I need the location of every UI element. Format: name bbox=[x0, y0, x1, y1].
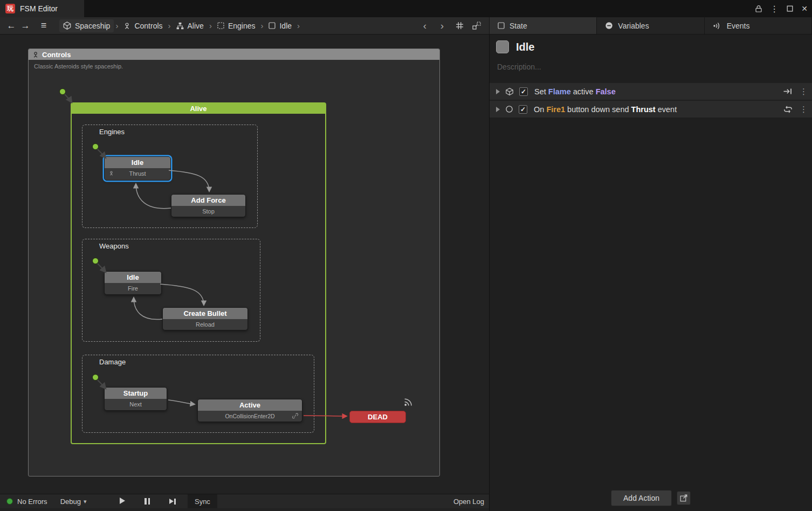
action-menu-icon[interactable]: ⋮ bbox=[800, 87, 808, 96]
state-icon bbox=[269, 22, 276, 29]
add-action-button[interactable]: Add Action bbox=[611, 490, 672, 506]
no-errors-dot bbox=[6, 498, 13, 505]
no-errors-label[interactable]: No Errors bbox=[17, 498, 47, 506]
grid-icon[interactable] bbox=[452, 19, 466, 33]
state-node-title[interactable]: Active bbox=[198, 399, 302, 411]
state-node-title[interactable]: Create Bullet bbox=[163, 308, 247, 319]
check-icon: ✓ bbox=[520, 106, 526, 113]
state-node-create-bullet[interactable]: Create Bullet Reload bbox=[162, 307, 248, 330]
breadcrumb-item-alive[interactable]: Alive bbox=[173, 19, 208, 32]
foldout-arrow-icon[interactable] bbox=[496, 107, 500, 112]
transition-row[interactable]: Thrust bbox=[105, 168, 170, 179]
tab-label: Variables bbox=[618, 22, 649, 30]
state-node-title[interactable]: Idle bbox=[105, 272, 161, 283]
breadcrumb-label: Idle bbox=[279, 22, 292, 30]
action-enabled-checkbox[interactable]: ✓ bbox=[519, 87, 528, 96]
status-bar: No Errors Debug ▾ Sync Open Log bbox=[0, 494, 490, 508]
debug-dropdown[interactable]: Debug ▾ bbox=[60, 498, 87, 506]
action-row-set-game-object-active[interactable]: ✓ Set Flame active False ⋮ bbox=[490, 83, 812, 100]
action-summary: On Fire1 button down send Thrust event bbox=[534, 105, 677, 114]
window-menu-icon[interactable]: ⋮ bbox=[770, 4, 779, 14]
open-log-button[interactable]: Open Log bbox=[453, 498, 484, 506]
next-state-button[interactable]: › bbox=[435, 20, 449, 32]
state-node-dead[interactable]: DEAD bbox=[349, 411, 406, 423]
state-node-active[interactable]: Active OnCollisionEnter2D bbox=[197, 399, 302, 422]
action-enabled-checkbox[interactable]: ✓ bbox=[519, 105, 527, 114]
state-title-row: Idle bbox=[496, 40, 534, 53]
caret-down-icon: ▾ bbox=[84, 498, 87, 505]
forward-button[interactable]: → bbox=[18, 19, 32, 33]
action-row-controls: ⋮ bbox=[783, 105, 808, 114]
graph-toolbar: ← → ≡ Spaceship › Controls › bbox=[0, 17, 490, 34]
play-button[interactable] bbox=[120, 498, 125, 506]
transition-row[interactable]: Next bbox=[105, 399, 167, 410]
tab-state[interactable]: State bbox=[490, 17, 597, 34]
state-color-swatch[interactable] bbox=[496, 40, 509, 53]
fsm-editor-window: 玩 FSM Editor ⋮ ✕ ← → ≡ Spa bbox=[0, 0, 812, 511]
tab-events[interactable]: Events bbox=[705, 17, 812, 34]
transition-row[interactable]: Stop bbox=[171, 206, 245, 217]
back-button[interactable]: ← bbox=[4, 19, 18, 33]
pause-button[interactable] bbox=[144, 498, 150, 505]
fsm-mini-icon bbox=[109, 170, 114, 176]
arrow-to-bar-icon[interactable] bbox=[783, 88, 793, 95]
state-node-idle-weapons[interactable]: Idle Fire bbox=[104, 271, 162, 295]
state-node-add-force[interactable]: Add Force Stop bbox=[171, 194, 246, 217]
state-node-title[interactable]: Add Force bbox=[171, 195, 245, 206]
browse-actions-icon[interactable] bbox=[677, 491, 691, 505]
prev-state-button[interactable]: ‹ bbox=[418, 20, 432, 32]
variables-icon bbox=[605, 22, 613, 30]
link-icon bbox=[292, 413, 298, 419]
subgraph-label: Engines bbox=[99, 128, 125, 136]
title-bar: 玩 FSM Editor ⋮ ✕ bbox=[0, 0, 812, 17]
breadcrumb-label: Engines bbox=[228, 22, 256, 30]
action-list: ✓ Set Flame active False ⋮ ✓ O bbox=[490, 83, 812, 119]
game-object-cube-icon bbox=[505, 87, 514, 96]
subgraph-label: Damage bbox=[99, 358, 126, 366]
inspector-tabs: State Variables Events bbox=[490, 17, 812, 34]
state-node-title[interactable]: Idle bbox=[105, 157, 170, 168]
breadcrumb-item-spaceship[interactable]: Spaceship bbox=[59, 19, 114, 32]
fsm-icon bbox=[32, 51, 39, 58]
foldout-arrow-icon[interactable] bbox=[496, 89, 500, 94]
transition-row[interactable]: Fire bbox=[105, 283, 161, 294]
maximize-icon[interactable] bbox=[787, 5, 793, 12]
menu-icon[interactable]: ≡ bbox=[37, 19, 51, 33]
state-description-field[interactable]: Description... bbox=[497, 63, 541, 71]
breadcrumb-separator: › bbox=[114, 21, 120, 30]
tab-variables[interactable]: Variables bbox=[597, 17, 704, 34]
lock-icon[interactable] bbox=[755, 5, 762, 12]
breadcrumb-item-idle[interactable]: Idle bbox=[265, 19, 295, 32]
breadcrumb-item-controls[interactable]: Controls bbox=[120, 19, 166, 32]
breadcrumb-label: Controls bbox=[134, 22, 162, 30]
action-row-controls: ⋮ bbox=[783, 87, 808, 96]
transition-row[interactable]: OnCollisionEnter2D bbox=[198, 411, 302, 422]
action-row-get-button-down[interactable]: ✓ On Fire1 button down send Thrust event… bbox=[490, 101, 812, 118]
fsm-panel-header[interactable]: Controls bbox=[29, 49, 439, 60]
sync-toggle[interactable]: Sync bbox=[188, 494, 217, 508]
action-menu-icon[interactable]: ⋮ bbox=[800, 105, 808, 114]
state-node-idle-engines[interactable]: Idle Thrust bbox=[104, 156, 171, 181]
window-controls: ⋮ ✕ bbox=[755, 0, 808, 17]
breadcrumb-item-engines[interactable]: Engines bbox=[214, 19, 259, 32]
transition-row[interactable]: Reload bbox=[163, 319, 247, 330]
main-area: Controls Classic Asteroids style spacesh… bbox=[0, 34, 812, 511]
state-inspector: Idle Description... ✓ Set Flame active F… bbox=[490, 34, 812, 511]
graph-canvas[interactable]: Controls Classic Asteroids style spacesh… bbox=[0, 34, 490, 511]
state-group-title[interactable]: Alive bbox=[71, 103, 326, 114]
step-button[interactable] bbox=[169, 499, 176, 505]
fsm-panel-description: Classic Asteroids style spaceship. bbox=[34, 63, 123, 70]
state-node-title[interactable]: Startup bbox=[105, 388, 167, 399]
breadcrumb-separator: › bbox=[259, 21, 265, 30]
fsm-icon bbox=[123, 22, 130, 30]
snap-icon[interactable] bbox=[470, 19, 484, 33]
state-node-startup[interactable]: Startup Next bbox=[104, 387, 167, 411]
app-logo-icon: 玩 bbox=[5, 4, 15, 13]
fsm-panel-title: Controls bbox=[42, 51, 71, 59]
window-tab-fsm-editor[interactable]: 玩 FSM Editor bbox=[0, 0, 84, 17]
transition-label: Stop bbox=[202, 208, 215, 215]
loop-icon[interactable] bbox=[783, 106, 793, 113]
close-icon[interactable]: ✕ bbox=[801, 5, 808, 12]
circle-icon bbox=[505, 105, 513, 113]
broadcast-icon bbox=[403, 397, 415, 407]
